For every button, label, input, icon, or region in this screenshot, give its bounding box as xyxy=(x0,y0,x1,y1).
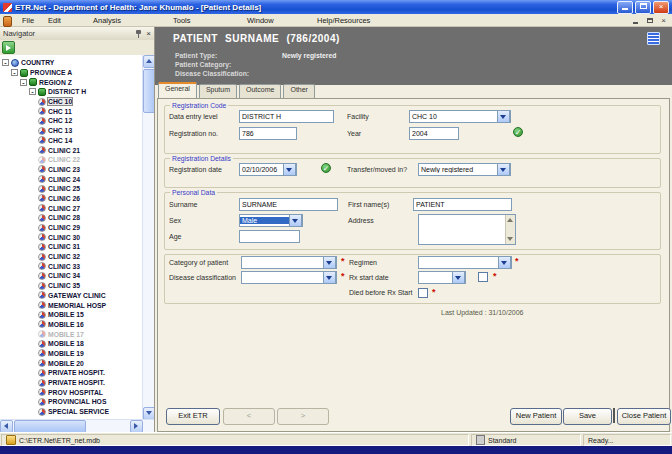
sex-select[interactable]: Male xyxy=(239,214,303,227)
chevron-down-icon[interactable] xyxy=(283,163,296,176)
rx-start-date-checkbox[interactable] xyxy=(478,272,488,282)
chevron-down-icon[interactable] xyxy=(323,256,336,269)
tree-node[interactable]: CLINIC 23 xyxy=(1,165,143,175)
tab-outcome[interactable]: Outcome xyxy=(239,84,281,98)
tree-node[interactable]: CHC 13 xyxy=(1,126,143,136)
chevron-down-icon[interactable] xyxy=(323,271,336,284)
tab-general[interactable]: General xyxy=(158,82,197,98)
tree-node[interactable]: DISTRICT H xyxy=(1,87,143,97)
tab-sputum[interactable]: Sputum xyxy=(199,84,237,98)
patient-form-icon[interactable] xyxy=(647,32,660,45)
tree-node[interactable]: CLINIC 27 xyxy=(1,203,143,213)
data-entry-level-field[interactable] xyxy=(239,110,334,123)
tree-node[interactable]: CLINIC 34 xyxy=(1,271,143,281)
surname-field[interactable] xyxy=(239,198,338,211)
tree-node[interactable]: CHC 14 xyxy=(1,136,143,146)
tree-node[interactable]: MOBILE 15 xyxy=(1,310,143,320)
tree-node[interactable]: PROV HOSPITAL xyxy=(1,387,143,397)
next-patient-button[interactable]: > xyxy=(277,408,329,425)
rx-start-date-picker[interactable] xyxy=(418,271,466,284)
expander-icon[interactable] xyxy=(20,79,27,86)
close-button[interactable]: × xyxy=(653,1,669,14)
tree-node[interactable]: CLINIC 30 xyxy=(1,232,143,242)
chevron-down-icon[interactable] xyxy=(497,163,510,176)
menu-window[interactable]: Window xyxy=(247,16,274,25)
tree-node[interactable]: MEMORIAL HOSP xyxy=(1,300,143,310)
tree-node[interactable]: GATEWAY CLINIC xyxy=(1,291,143,301)
chevron-down-icon[interactable] xyxy=(452,271,465,284)
age-field[interactable] xyxy=(239,230,300,243)
child-close-button[interactable]: × xyxy=(659,17,668,25)
tree-node[interactable]: CHC 10 xyxy=(1,97,143,107)
navigator-close-icon[interactable]: × xyxy=(146,30,151,38)
tree-node[interactable]: CHC 12 xyxy=(1,116,143,126)
address-scrollbar[interactable] xyxy=(505,215,515,244)
save-button[interactable]: Save xyxy=(563,408,612,425)
refresh-icon[interactable] xyxy=(2,41,15,54)
chevron-down-icon[interactable] xyxy=(497,110,510,123)
tree-node[interactable]: MOBILE 20 xyxy=(1,358,143,368)
tree-node[interactable]: CLINIC 32 xyxy=(1,252,143,262)
died-before-rx-checkbox[interactable] xyxy=(418,288,428,298)
tree-node[interactable]: COUNTRY xyxy=(1,58,143,68)
tree-node[interactable]: CLINIC 21 xyxy=(1,145,143,155)
tree-node[interactable]: MOBILE 16 xyxy=(1,320,143,330)
tree-node[interactable]: PROVINCIAL HOS xyxy=(1,397,143,407)
tree-node[interactable]: SPECIAL SERVICE xyxy=(1,407,143,417)
tree-node[interactable]: CLINIC 31 xyxy=(1,242,143,252)
registration-date-picker[interactable]: 02/10/2006 xyxy=(239,163,297,176)
tree-node[interactable]: PROVINCE A xyxy=(1,68,143,78)
registration-no-field[interactable] xyxy=(239,127,297,140)
new-patient-button[interactable]: New Patient xyxy=(510,408,562,425)
expander-icon[interactable] xyxy=(2,59,9,66)
first-names-field[interactable] xyxy=(413,198,512,211)
close-patient-button[interactable]: Close Patient xyxy=(617,408,671,425)
tree-node[interactable]: MOBILE 17 xyxy=(1,329,143,339)
previous-patient-button[interactable]: < xyxy=(223,408,275,425)
disease-classification-select[interactable] xyxy=(241,271,337,284)
tree-node-label: CLINIC 30 xyxy=(48,234,80,241)
maximize-button[interactable] xyxy=(635,1,651,14)
tree-node[interactable]: CLINIC 29 xyxy=(1,223,143,233)
tree-node[interactable]: CLINIC 24 xyxy=(1,174,143,184)
facility-select[interactable]: CHC 10 xyxy=(409,110,511,123)
facility-icon xyxy=(38,398,46,406)
facility-icon xyxy=(38,117,46,125)
tree-node[interactable]: CLINIC 35 xyxy=(1,281,143,291)
tree-node[interactable]: REGION Z xyxy=(1,77,143,87)
tree-node[interactable]: CLINIC 22 xyxy=(1,155,143,165)
expander-icon[interactable] xyxy=(11,69,18,76)
minimize-button[interactable] xyxy=(617,1,633,14)
category-of-patient-select[interactable] xyxy=(241,256,337,269)
pin-icon[interactable] xyxy=(135,30,142,38)
menu-analysis[interactable]: Analysis xyxy=(93,16,121,25)
tree-node[interactable]: CLINIC 25 xyxy=(1,184,143,194)
tree-node[interactable]: PRIVATE HOSPIT. xyxy=(1,368,143,378)
chevron-down-icon[interactable] xyxy=(498,256,511,269)
scroll-thumb[interactable] xyxy=(143,69,154,113)
year-field[interactable] xyxy=(409,127,459,140)
tree-node[interactable]: CLINIC 26 xyxy=(1,194,143,204)
address-field[interactable] xyxy=(418,214,516,245)
scroll-up-button[interactable] xyxy=(143,55,154,68)
child-minimize-button[interactable] xyxy=(631,17,640,25)
menu-file[interactable]: File xyxy=(22,16,34,25)
tree-node[interactable]: CHC 11 xyxy=(1,106,143,116)
tree-node[interactable]: MOBILE 19 xyxy=(1,349,143,359)
tab-other[interactable]: Other xyxy=(283,84,315,98)
expander-icon[interactable] xyxy=(29,88,36,95)
menu-help-resources[interactable]: Help/Resources xyxy=(317,16,370,25)
exit-etr-button[interactable]: Exit ETR xyxy=(166,408,220,425)
tree-horizontal-scrollbar[interactable] xyxy=(0,419,154,432)
tree-node[interactable]: CLINIC 33 xyxy=(1,261,143,271)
tree-vertical-scrollbar[interactable] xyxy=(142,55,154,420)
tree-node[interactable]: PRIVATE HOSPIT. xyxy=(1,378,143,388)
regimen-select[interactable] xyxy=(418,256,512,269)
tree-node[interactable]: CLINIC 28 xyxy=(1,213,143,223)
chevron-down-icon[interactable] xyxy=(289,214,302,227)
menu-edit[interactable]: Edit xyxy=(48,16,61,25)
child-restore-button[interactable] xyxy=(645,17,654,25)
transfer-select[interactable]: Newly registered xyxy=(418,163,511,176)
tree-node[interactable]: MOBILE 18 xyxy=(1,339,143,349)
menu-tools[interactable]: Tools xyxy=(173,16,191,25)
